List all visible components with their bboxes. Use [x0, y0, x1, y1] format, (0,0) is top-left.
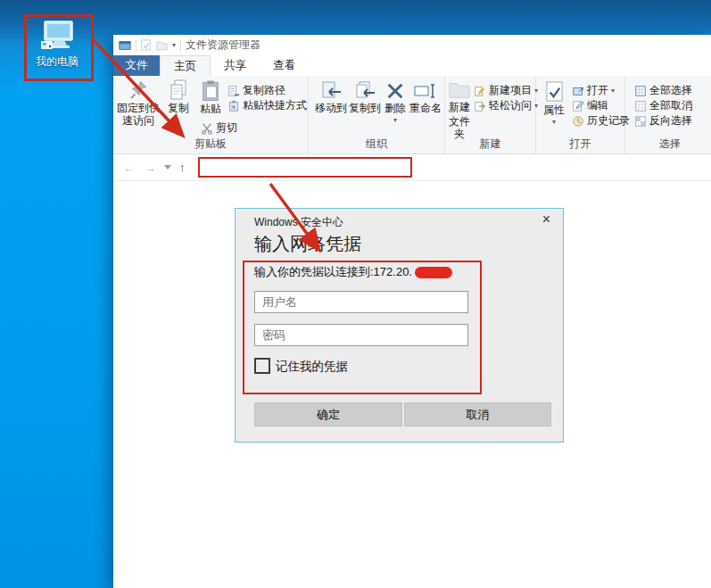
copy-to-icon — [353, 81, 376, 101]
properties-dropdown-icon: ▾ — [552, 119, 556, 126]
remember-credentials-label: 记住我的凭据 — [276, 359, 348, 375]
select-all-icon — [634, 85, 647, 97]
rename-button[interactable]: 重命名 — [409, 81, 442, 115]
copy-path-icon — [227, 85, 240, 97]
navigation-bar: ← → ↑ — [113, 154, 711, 181]
copy-button[interactable]: 复制 — [163, 79, 194, 115]
tab-share[interactable]: 共享 — [211, 55, 260, 76]
copy-icon — [168, 79, 189, 101]
paste-shortcut-icon — [227, 100, 240, 112]
invert-selection-icon — [634, 115, 647, 128]
history-button[interactable]: 历史记录 — [572, 113, 630, 128]
delete-dropdown-icon: ▾ — [393, 117, 397, 124]
tab-home[interactable]: 主页 — [160, 55, 211, 76]
new-item-icon — [474, 85, 486, 97]
recent-locations-dropdown-icon[interactable] — [164, 165, 171, 170]
edit-button[interactable]: 编辑 — [572, 98, 608, 113]
select-none-button[interactable]: 全部取消 — [634, 98, 692, 113]
pin-to-quick-access-button[interactable]: 固定到快速访问 — [115, 79, 161, 128]
windows-security-dialog: Windows 安全中心 × 输入网络凭据 输入你的凭据以连接到:172.20.… — [235, 208, 564, 443]
tab-view[interactable]: 查看 — [260, 55, 309, 76]
ribbon-group-new: 新建 文件夹 新建项目 ▾ 轻松访问 ▾ 新建 — [445, 76, 536, 153]
ribbon: 固定到快速访问 复制 粘贴 复制路径 — [113, 76, 711, 154]
properties-icon — [545, 80, 564, 103]
password-input[interactable] — [254, 324, 468, 346]
delete-button[interactable]: 删除 ▾ — [382, 81, 409, 124]
qat-dropdown-icon[interactable]: ▾ — [172, 42, 176, 49]
delete-x-icon — [385, 81, 405, 101]
desktop-icon-my-computer[interactable]: 我的电脑 — [29, 21, 86, 70]
pin-icon — [128, 79, 148, 101]
desktop-icon-label: 我的电脑 — [29, 54, 86, 70]
select-none-icon — [634, 100, 647, 112]
dialog-title: Windows 安全中心 — [254, 215, 343, 230]
new-folder-icon — [448, 80, 471, 100]
move-to-button[interactable]: 移动到 — [314, 81, 348, 115]
credentials-prompt: 输入你的凭据以连接到:172.20. — [254, 264, 452, 280]
group-label-open: 打开 — [536, 137, 624, 152]
username-input[interactable] — [254, 291, 468, 313]
ribbon-group-select: 全部选择 全部取消 反向选择 选择 — [625, 76, 711, 153]
remember-credentials-checkbox[interactable] — [254, 358, 270, 374]
properties-button[interactable]: 属性 ▾ — [540, 80, 568, 126]
easy-access-button[interactable]: 轻松访问 ▾ — [474, 98, 538, 113]
titlebar-separator — [180, 40, 181, 51]
history-icon — [572, 115, 584, 128]
rename-icon — [414, 81, 437, 101]
titlebar: ▾ 文件资源管理器 — [113, 35, 711, 55]
move-to-icon — [319, 81, 343, 101]
open-button[interactable]: 打开 ▾ — [572, 83, 615, 98]
group-label-organize: 组织 — [309, 137, 444, 152]
ribbon-tabstrip: 文件 主页 共享 查看 — [113, 55, 711, 76]
forward-icon[interactable]: → — [144, 161, 156, 175]
edit-icon — [572, 100, 584, 112]
titlebar-separator — [136, 40, 136, 51]
new-item-button[interactable]: 新建项目 ▾ — [474, 83, 538, 98]
cut-button[interactable]: 剪切 — [201, 120, 237, 136]
address-bar-input[interactable] — [198, 157, 412, 178]
up-icon[interactable]: ↑ — [179, 161, 186, 174]
dialog-heading: 输入网络凭据 — [254, 232, 361, 256]
group-label-select: 选择 — [625, 137, 711, 152]
qat-new-folder-icon[interactable] — [156, 40, 168, 51]
cut-scissors-icon — [201, 122, 213, 135]
close-icon[interactable]: × — [539, 211, 554, 228]
cancel-button[interactable]: 取消 — [404, 402, 551, 427]
paste-shortcut-button[interactable]: 粘贴快捷方式 — [227, 98, 307, 113]
window-title: 文件资源管理器 — [186, 37, 260, 53]
explorer-app-icon — [119, 39, 131, 52]
back-icon[interactable]: ← — [123, 161, 136, 175]
new-folder-button[interactable]: 新建 文件夹 — [445, 80, 474, 140]
paste-button[interactable]: 粘贴 — [195, 79, 226, 116]
ribbon-group-organize: 移动到 复制到 删除 ▾ 重命名 组织 — [309, 76, 445, 153]
open-dropdown-icon: ▾ — [611, 87, 615, 95]
ok-button[interactable]: 确定 — [254, 402, 402, 427]
group-label-new: 新建 — [445, 137, 535, 152]
copy-to-button[interactable]: 复制到 — [348, 81, 382, 115]
ribbon-group-open: 属性 ▾ 打开 ▾ 编辑 历史记录 — [536, 76, 625, 153]
easy-access-icon — [474, 100, 486, 112]
open-icon — [572, 85, 584, 97]
copy-path-button[interactable]: 复制路径 — [227, 83, 285, 98]
ip-redaction-annotation — [415, 267, 452, 278]
qat-properties-icon[interactable] — [141, 39, 152, 51]
select-all-button[interactable]: 全部选择 — [634, 83, 692, 98]
tab-file[interactable]: 文件 — [113, 55, 160, 76]
group-label-clipboard: 剪贴板 — [113, 137, 308, 152]
paste-icon — [201, 79, 220, 102]
ribbon-group-clipboard: 固定到快速访问 复制 粘贴 复制路径 — [113, 76, 309, 153]
invert-selection-button[interactable]: 反向选择 — [634, 113, 692, 128]
my-computer-icon — [29, 21, 86, 53]
